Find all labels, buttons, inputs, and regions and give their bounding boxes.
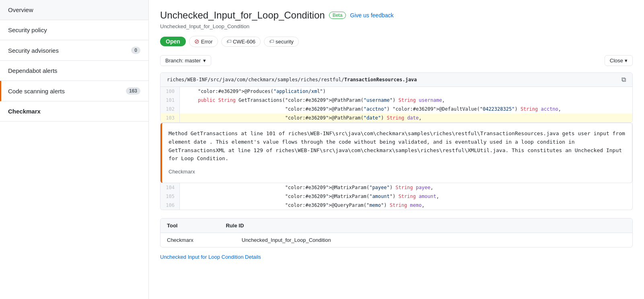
- sidebar-badge: 163: [126, 87, 140, 95]
- file-path-prefix: riches/WEB-INF/src/java/com/checkmarx/sa…: [167, 77, 344, 82]
- line-code: "color:#e36209">@MatrixParam("payee") St…: [180, 183, 440, 192]
- branch-close-row: Branch: master ▾ Close ▾: [160, 55, 633, 66]
- sidebar-item-label: Code scanning alerts: [8, 88, 65, 95]
- main-content: Unchecked_Input_for_Loop_Condition Beta …: [149, 0, 644, 299]
- tag-security: 🏷 security: [264, 37, 299, 47]
- line-code: "color:#e36209">@PathParam("acctno") "co…: [180, 105, 568, 113]
- beta-badge: Beta: [329, 12, 346, 19]
- rule-value: Unchecked_Input_for_Loop_Condition: [242, 237, 331, 243]
- tags-row: Open ⊘ Error 🏷 CWE-606 🏷 security: [160, 36, 633, 47]
- sidebar-item-label: Security advisories: [8, 47, 59, 54]
- sidebar-item-code-scanning-alerts[interactable]: Code scanning alerts163: [0, 81, 148, 101]
- alert-source: Checkmarx: [169, 168, 625, 176]
- line-number: 105: [160, 192, 180, 201]
- details-link[interactable]: Unchecked Input for Loop Condition Detai…: [160, 254, 633, 260]
- tool-rule-body: Checkmarx Unchecked_Input_for_Loop_Condi…: [160, 233, 632, 247]
- tag-cwe: 🏷 CWE-606: [221, 37, 261, 47]
- alert-text: Method GetTransactions at line 101 of ri…: [169, 130, 625, 161]
- alert-wrapper: Method GetTransactions at line 101 of ri…: [160, 123, 633, 183]
- chevron-down-icon2: ▾: [625, 58, 628, 64]
- line-code: "color:#e36209">@MatrixParam("amount") S…: [180, 192, 446, 201]
- sidebar-item-dependabot-alerts[interactable]: Dependabot alerts: [0, 61, 148, 81]
- tag-error: ⊘ Error: [189, 36, 218, 47]
- file-path: riches/WEB-INF/src/java/com/checkmarx/sa…: [167, 77, 417, 82]
- line-code: public String GetTransactions("color:#e3…: [180, 96, 451, 105]
- chevron-down-icon: ▾: [203, 58, 206, 64]
- line-number: 102: [160, 105, 180, 113]
- file-path-file: TransactionResources.java: [344, 77, 417, 82]
- line-number: 103: [160, 113, 180, 122]
- code-block: riches/WEB-INF/src/java/com/checkmarx/sa…: [160, 72, 633, 123]
- security-label: security: [276, 39, 294, 45]
- code-lines-top: 100 "color:#e36209">@Produces("applicati…: [160, 87, 632, 122]
- line-number: 101: [160, 96, 180, 105]
- label-icon: 🏷: [226, 39, 231, 44]
- branch-button[interactable]: Branch: master ▾: [160, 55, 211, 66]
- line-number: 106: [160, 201, 180, 210]
- title-row: Unchecked_Input_for_Loop_Condition Beta …: [160, 10, 633, 21]
- label-icon2: 🏷: [269, 39, 274, 44]
- sidebar-item-security-policy[interactable]: Security policy: [0, 20, 148, 40]
- table-row: 102 "color:#e36209">@PathParam("acctno")…: [160, 105, 632, 113]
- error-label: Error: [201, 39, 213, 45]
- sidebar-item-checkmarx[interactable]: Checkmarx: [0, 101, 148, 122]
- tag-open: Open: [160, 37, 186, 46]
- tool-rule-header: Tool Rule ID: [160, 219, 632, 233]
- code-lines-bottom: 104 "color:#e36209">@MatrixParam("payee"…: [160, 183, 632, 210]
- sidebar-item-label: Dependabot alerts: [8, 67, 58, 74]
- table-row: 103 "color:#e36209">@PathParam("date") S…: [160, 113, 632, 122]
- code-file-header: riches/WEB-INF/src/java/com/checkmarx/sa…: [160, 73, 632, 87]
- line-number: 100: [160, 87, 180, 96]
- copy-icon[interactable]: ⧉: [621, 76, 626, 83]
- page-title: Unchecked_Input_for_Loop_Condition: [160, 10, 325, 21]
- line-code: "color:#e36209">@PathParam("date") Strin…: [180, 113, 428, 122]
- sidebar-item-label: Overview: [8, 6, 33, 13]
- tool-value: Checkmarx: [167, 237, 193, 243]
- table-row: 101 public String GetTransactions("color…: [160, 96, 632, 105]
- branch-label: Branch: master: [165, 58, 201, 64]
- feedback-link[interactable]: Give us feedback: [350, 12, 393, 19]
- sidebar-item-label: Security policy: [8, 27, 47, 33]
- rule-header: Rule ID: [226, 223, 244, 229]
- table-row: 106 "color:#e36209">@QueryParam("memo") …: [160, 201, 632, 210]
- cwe-label: CWE-606: [233, 39, 255, 45]
- close-button[interactable]: Close ▾: [605, 55, 633, 66]
- table-row: 104 "color:#e36209">@MatrixParam("payee"…: [160, 183, 632, 192]
- line-code: "color:#e36209">@Produces("application/x…: [180, 87, 332, 96]
- sidebar-item-overview[interactable]: Overview: [0, 0, 148, 20]
- subtitle: Unchecked_Input_for_Loop_Condition: [160, 23, 633, 29]
- sidebar-badge: 0: [131, 47, 140, 54]
- sidebar-item-security-advisories[interactable]: Security advisories0: [0, 40, 148, 61]
- alert-box: Method GetTransactions at line 101 of ri…: [160, 123, 632, 183]
- code-block-bottom: 104 "color:#e36209">@MatrixParam("payee"…: [160, 183, 633, 210]
- table-row: 105 "color:#e36209">@MatrixParam("amount…: [160, 192, 632, 201]
- sidebar-item-label: Checkmarx: [8, 108, 41, 115]
- sidebar: OverviewSecurity policySecurity advisori…: [0, 0, 149, 299]
- table-row: 100 "color:#e36209">@Produces("applicati…: [160, 87, 632, 96]
- tool-header: Tool: [167, 223, 177, 229]
- tool-rule-box: Tool Rule ID Checkmarx Unchecked_Input_f…: [160, 218, 633, 247]
- close-label: Close: [610, 58, 623, 64]
- line-number: 104: [160, 183, 180, 192]
- error-icon: ⊘: [194, 38, 200, 45]
- line-code: "color:#e36209">@QueryParam("memo") Stri…: [180, 201, 431, 210]
